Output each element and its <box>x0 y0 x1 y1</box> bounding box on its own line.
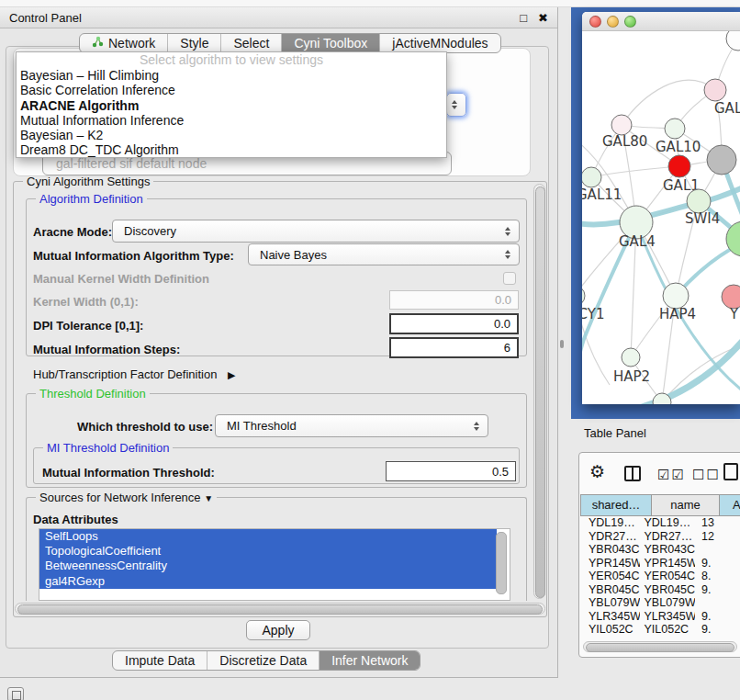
tab-network[interactable]: Network <box>80 34 168 52</box>
mi-type-combo[interactable]: Naive Bayes <box>248 243 520 265</box>
table-cell[interactable]: YLR345W <box>640 610 696 624</box>
attribute-item[interactable]: gal4RGexp <box>39 574 497 589</box>
network-node[interactable] <box>663 283 689 309</box>
network-node[interactable] <box>707 145 736 175</box>
network-edge[interactable] <box>622 80 715 125</box>
checked-boxes-icon[interactable]: ☑☑ <box>657 468 686 481</box>
table-cell[interactable] <box>695 543 740 557</box>
attribute-item[interactable]: BetweennessCentrality <box>39 559 497 573</box>
algorithm-option[interactable]: Bayesian – Hill Climbing <box>17 68 446 83</box>
disclosure-down-icon[interactable]: ▼ <box>204 493 213 503</box>
mi-threshold-field[interactable]: 0.5 <box>386 461 516 481</box>
which-threshold-combo[interactable]: MI Threshold <box>215 414 488 437</box>
network-node[interactable] <box>582 167 601 187</box>
table-row[interactable]: YDL19…YDL19…13 <box>581 516 740 530</box>
table-cell[interactable]: YIL052C <box>581 623 640 636</box>
table-cell[interactable]: YBR043C <box>581 543 640 557</box>
tab-cyni-toolbox[interactable]: Cyni Toolbox <box>282 34 380 52</box>
traffic-light-yellow-icon[interactable] <box>607 16 619 28</box>
manual-kernel-checkbox[interactable] <box>503 272 516 285</box>
table-cell[interactable]: YPR145W <box>640 557 696 570</box>
traffic-light-red-icon[interactable] <box>589 16 601 28</box>
partial-table-icon[interactable] <box>723 463 738 480</box>
tab-infer-network[interactable]: Infer Network <box>320 651 420 670</box>
table-body[interactable]: YDL19…YDL19…13YDR27…YDR27…12YBR043CYBR04… <box>581 516 740 636</box>
scrollbar-thumb[interactable] <box>17 604 543 615</box>
close-icon[interactable]: ✖ <box>538 12 548 24</box>
mi-steps-field[interactable]: 6 <box>389 337 519 358</box>
column-header-shared[interactable]: shared… <box>580 494 652 516</box>
table-cell[interactable]: YDR27… <box>640 530 696 544</box>
table-cell[interactable]: 9. <box>695 583 740 597</box>
table-cell[interactable]: 9. <box>695 610 740 624</box>
table-cell[interactable]: YDL19… <box>581 516 640 530</box>
kernel-width-field[interactable]: 0.0 <box>389 290 519 310</box>
algorithm-option[interactable]: Dream8 DC_TDC Algorithm <box>17 142 446 157</box>
attribute-item[interactable]: SelfLoops <box>39 529 497 544</box>
traffic-light-green-icon[interactable] <box>624 16 636 28</box>
network-node[interactable] <box>704 79 726 101</box>
column-header-third[interactable]: A <box>719 494 740 516</box>
apply-button[interactable]: Apply <box>246 620 310 640</box>
scrollbar-thumb[interactable] <box>535 186 545 598</box>
table-row[interactable]: YLR345WYLR345W9. <box>581 610 740 624</box>
table-row[interactable]: YBR045CYBR045C9. <box>581 583 740 597</box>
gear-icon[interactable]: ⚙ <box>589 463 605 480</box>
table-cell[interactable]: 13 <box>695 516 740 530</box>
algorithm-option[interactable]: Mutual Information Inference <box>17 113 446 128</box>
bottom-corner-button[interactable] <box>7 687 24 700</box>
list-scrollbar-thumb[interactable] <box>496 532 507 594</box>
tab-style[interactable]: Style <box>168 34 221 52</box>
table-cell[interactable]: YPR145W <box>581 557 640 570</box>
network-node[interactable] <box>582 286 585 306</box>
network-edge-highlighted[interactable] <box>639 331 740 404</box>
network-node[interactable] <box>611 115 632 135</box>
table-cell[interactable]: 9. <box>695 623 740 636</box>
table-cell[interactable]: YER054C <box>640 570 696 583</box>
network-node[interactable] <box>668 155 690 177</box>
column-header-name[interactable]: name <box>651 494 720 516</box>
table-cell[interactable]: YLR345W <box>581 610 640 624</box>
table-row[interactable]: YDR27…YDR27…12 <box>581 530 740 544</box>
settings-vertical-scrollbar[interactable] <box>533 184 545 599</box>
scrollbar-thumb[interactable] <box>586 643 734 652</box>
table-cell[interactable]: 9. <box>695 557 740 570</box>
table-row[interactable]: YIL052CYIL052C9. <box>581 623 740 636</box>
table-row[interactable]: YBR043CYBR043C <box>581 543 740 557</box>
table-horizontal-scrollbar[interactable] <box>583 641 737 652</box>
table-cell[interactable]: YDR27… <box>581 530 640 544</box>
tab-select[interactable]: Select <box>221 34 282 52</box>
tab-jactivemnodules[interactable]: jActiveMNodules <box>380 34 499 52</box>
hub-definition-row[interactable]: Hub/Transcription Factor Definition ▶ <box>33 367 235 381</box>
split-columns-icon[interactable] <box>624 466 641 481</box>
table-cell[interactable]: YIL052C <box>640 623 696 636</box>
table-row[interactable]: YBL079WYBL079W <box>581 596 740 610</box>
table-cell[interactable]: YBL079W <box>640 596 696 610</box>
table-cell[interactable]: YBR043C <box>640 543 696 557</box>
network-node[interactable] <box>622 348 640 367</box>
algorithm-combo-spinner[interactable] <box>446 93 466 117</box>
tab-discretize-data[interactable]: Discretize Data <box>207 651 320 670</box>
disclosure-right-icon[interactable]: ▶ <box>228 369 235 380</box>
float-icon[interactable]: □ <box>520 12 527 24</box>
table-cell[interactable]: 8. <box>695 570 740 583</box>
aracne-mode-combo[interactable]: Discovery <box>112 220 520 243</box>
attribute-item[interactable]: TopologicalCoefficient <box>39 544 497 559</box>
table-cell[interactable]: YBL079W <box>581 596 640 610</box>
table-cell[interactable]: YBR045C <box>640 583 696 597</box>
dpi-tolerance-field[interactable]: 0.0 <box>389 313 519 334</box>
table-cell[interactable]: YBR045C <box>581 583 640 597</box>
algorithm-option[interactable]: Bayesian – K2 <box>17 128 446 142</box>
table-row[interactable]: YER054CYER054C8. <box>581 570 740 583</box>
network-node[interactable] <box>726 31 740 51</box>
network-node[interactable] <box>665 119 685 139</box>
table-cell[interactable] <box>695 596 740 610</box>
table-cell[interactable]: YER054C <box>581 570 640 583</box>
panel-splitter-handle[interactable] <box>560 340 564 348</box>
settings-horizontal-scrollbar[interactable] <box>15 603 545 615</box>
tab-impute-data[interactable]: Impute Data <box>113 651 207 670</box>
data-attributes-list[interactable]: SelfLoops TopologicalCoefficient Between… <box>39 528 510 601</box>
table-cell[interactable]: 12 <box>695 530 740 544</box>
algorithm-option[interactable]: Basic Correlation Inference <box>17 83 446 97</box>
unchecked-boxes-icon[interactable]: ☐☐ <box>692 468 721 481</box>
